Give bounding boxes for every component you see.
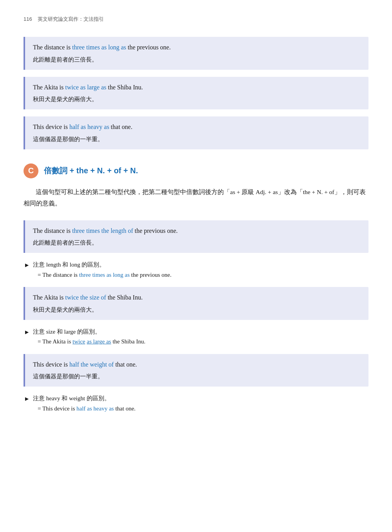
example-box-3: This device is half as heavy as that one… — [24, 116, 368, 149]
example-box-5: The Akita is twice the size of the Shiba… — [24, 287, 368, 320]
example-3-zh: 這個儀器是那個的一半重。 — [33, 134, 361, 144]
example-4-zh: 此距離是前者的三倍長。 — [33, 238, 361, 247]
page-header: 116 英文研究論文寫作：文法指引 — [24, 16, 368, 23]
note-6-eq: = This device is half as heavy as that o… — [24, 404, 368, 414]
example-box-1: The distance is three times as long as t… — [24, 37, 368, 70]
example-4-en: The distance is three times the length o… — [33, 226, 361, 236]
note-block-4: 注意 length 和 long 的區別。 = The distance is … — [24, 260, 368, 280]
example-6-zh: 這個儀器是那個的一半重。 — [33, 372, 361, 381]
example-1-zh: 此距離是前者的三倍長。 — [33, 55, 361, 64]
section-c-body: 這個句型可和上述的第二種句型代換，把第二種句型中倍數詞後方的「as + 原級 A… — [24, 186, 368, 209]
example-3-en: This device is half as heavy as that one… — [33, 122, 361, 132]
example-2-en: The Akita is twice as large as the Shiba… — [33, 82, 361, 93]
example-5-en: The Akita is twice the size of the Shiba… — [33, 292, 361, 303]
page-number: 116 — [24, 16, 32, 22]
note-4-zh: 注意 length 和 long 的區別。 — [24, 260, 368, 270]
example-1-en: The distance is three times as long as t… — [33, 42, 361, 53]
page-title: 英文研究論文寫作：文法指引 — [38, 16, 104, 22]
section-c-circle: C — [24, 163, 38, 178]
example-2-zh: 秋田犬是柴犬的兩倍大。 — [33, 94, 361, 104]
note-block-5: 注意 size 和 large 的區別。 = The Akita is twic… — [24, 327, 368, 347]
example-box-4: The distance is three times the length o… — [24, 220, 368, 253]
example-box-6: This device is half the weight of that o… — [24, 354, 368, 387]
section-c-header: C 倍數詞 + the + N. + of + N. — [24, 163, 368, 178]
note-5-eq: = The Akita is twice as large as the Shi… — [24, 337, 368, 347]
note-block-6: 注意 heavy 和 weight 的區別。 = This device is … — [24, 394, 368, 414]
example-6-en: This device is half the weight of that o… — [33, 360, 361, 370]
note-4-eq: = The distance is three times as long as… — [24, 270, 368, 280]
example-5-zh: 秋田犬是柴犬的兩倍大。 — [33, 305, 361, 314]
note-6-zh: 注意 heavy 和 weight 的區別。 — [24, 394, 368, 404]
section-c-title: 倍數詞 + the + N. + of + N. — [44, 165, 138, 176]
example-box-2: The Akita is twice as large as the Shiba… — [24, 77, 368, 110]
note-5-zh: 注意 size 和 large 的區別。 — [24, 327, 368, 337]
